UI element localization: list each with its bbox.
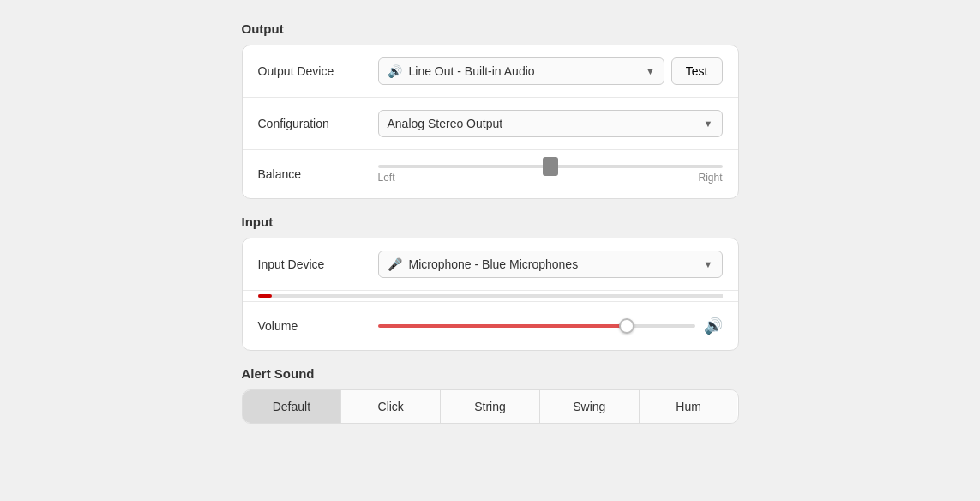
volume-area: 🔊 [378,317,723,335]
input-device-label: Input Device [258,257,378,271]
alert-tab-click[interactable]: Click [341,390,441,423]
input-device-select[interactable]: 🎤 Microphone - Blue Microphones ▼ [378,250,723,278]
output-device-label: Output Device [258,64,378,78]
balance-slider[interactable] [378,165,723,168]
balance-control: Left Right [378,165,723,184]
volume-label: Volume [258,319,378,333]
chevron-down-icon-3: ▼ [704,259,713,269]
balance-label: Balance [258,167,378,181]
alert-tabs: Default Click String Swing Hum [242,389,739,424]
test-button[interactable]: Test [671,57,723,85]
input-volume-meter [258,294,723,298]
configuration-control: Analog Stereo Output ▼ [378,110,723,137]
alert-tab-hum[interactable]: Hum [640,390,738,423]
alert-tab-default[interactable]: Default [243,390,342,423]
volume-row: Volume 🔊 [243,302,738,350]
configuration-row: Configuration Analog Stereo Output ▼ [243,98,738,150]
volume-icon: 🔊 [704,317,723,335]
output-device-value: Line Out - Built-in Audio [409,64,535,78]
output-device-control: 🔊 Line Out - Built-in Audio ▼ Test [378,57,723,85]
output-device-row: Output Device 🔊 Line Out - Built-in Audi… [243,45,738,98]
input-meter-row [243,291,738,302]
output-device-select[interactable]: 🔊 Line Out - Built-in Audio ▼ [378,57,664,85]
volume-control: 🔊 [378,317,723,335]
configuration-label: Configuration [258,117,378,130]
volume-slider[interactable] [378,324,695,328]
speaker-icon: 🔊 [388,64,402,78]
output-section-title: Output [242,21,739,36]
alert-sound-section-title: Alert Sound [242,366,739,381]
output-card: Output Device 🔊 Line Out - Built-in Audi… [242,45,739,199]
balance-right-label: Right [698,172,722,184]
input-section-title: Input [242,214,739,229]
input-device-value: Microphone - Blue Microphones [409,257,579,271]
configuration-select[interactable]: Analog Stereo Output ▼ [378,110,723,137]
settings-container: Output Output Device 🔊 Line Out - Built-… [242,21,739,424]
configuration-value: Analog Stereo Output [388,117,503,130]
balance-area: Left Right [378,165,723,184]
alert-tab-swing[interactable]: Swing [540,390,640,423]
mic-icon: 🎤 [388,257,402,271]
input-volume-meter-fill [258,294,272,298]
alert-tab-string[interactable]: String [441,390,540,423]
input-device-control: 🎤 Microphone - Blue Microphones ▼ [378,250,723,278]
input-device-row: Input Device 🎤 Microphone - Blue Microph… [243,238,738,291]
chevron-down-icon-2: ▼ [704,118,713,129]
input-card: Input Device 🎤 Microphone - Blue Microph… [242,238,739,351]
balance-left-label: Left [378,172,395,184]
balance-row: Balance Left Right [243,150,738,198]
chevron-down-icon: ▼ [646,66,655,76]
